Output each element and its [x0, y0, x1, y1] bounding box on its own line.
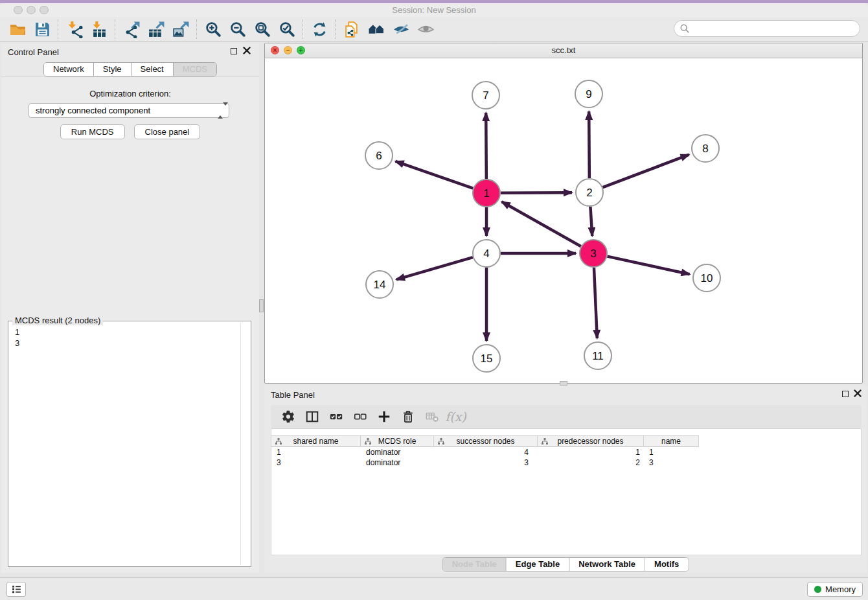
edge-1-2[interactable]	[501, 192, 572, 193]
network-window-titlebar[interactable]: × – + scc.txt	[265, 43, 862, 58]
tab-mcds[interactable]: MCDS	[174, 63, 216, 76]
column-type-icon	[364, 437, 372, 445]
table-panel-float-button[interactable]	[842, 391, 849, 397]
first-neighbors-button[interactable]	[364, 19, 389, 40]
node-table: shared name MCDS role successor nodes pr…	[271, 428, 862, 555]
edge-3-10[interactable]	[607, 257, 689, 275]
task-history-button[interactable]	[6, 582, 26, 597]
edge-1-7[interactable]	[486, 113, 486, 179]
cell-shared-name[interactable]: 3	[271, 457, 361, 468]
zoom-fit-button[interactable]	[250, 19, 275, 40]
cell-successor-nodes[interactable]: 3	[434, 457, 538, 468]
deselect-all-rows-button[interactable]	[348, 407, 372, 426]
import-network-button[interactable]	[62, 19, 87, 40]
status-bar: Memory	[0, 577, 868, 600]
clone-network-button[interactable]	[339, 19, 364, 40]
show-graphics-details-button[interactable]	[413, 19, 438, 40]
control-panel: Control Panel NetworkStyleSelectMCDS Opt…	[1, 43, 259, 573]
column-header-name[interactable]: name	[644, 435, 699, 447]
cell-name[interactable]: 1	[644, 447, 699, 457]
cell-predecessor-nodes[interactable]: 2	[538, 457, 644, 468]
table-tabs: Node TableEdge TableNetwork TableMotifs	[442, 557, 689, 571]
hide-selected-icon	[393, 21, 410, 38]
edge-2-8[interactable]	[603, 155, 689, 188]
tab-node-table[interactable]: Node Table	[443, 558, 507, 571]
search-icon	[680, 23, 690, 34]
export-image-button[interactable]	[168, 19, 193, 40]
search-box[interactable]	[674, 20, 860, 37]
zoom-out-button[interactable]	[225, 19, 250, 40]
deselect-all-rows-icon	[353, 410, 367, 424]
run-mcds-button[interactable]: Run MCDS	[60, 124, 125, 139]
close-panel-button[interactable]: Close panel	[134, 124, 201, 139]
cell-successor-nodes[interactable]: 4	[434, 447, 538, 457]
cell-shared-name[interactable]: 1	[271, 447, 361, 457]
zoom-selected-button[interactable]	[275, 19, 299, 40]
delete-table-icon	[425, 410, 439, 424]
tab-network[interactable]: Network	[44, 63, 94, 76]
network-graph: 7968124314101511	[265, 58, 862, 383]
zoom-in-icon	[205, 21, 222, 38]
memory-label: Memory	[825, 584, 856, 594]
cell-MCDS-role[interactable]: dominator	[361, 457, 434, 468]
save-session-button[interactable]	[30, 19, 54, 40]
table-settings-button[interactable]	[276, 407, 300, 426]
add-row-button[interactable]	[372, 407, 396, 426]
edge-2-9[interactable]	[589, 111, 589, 178]
select-all-rows-button[interactable]	[324, 407, 348, 426]
cell-MCDS-role[interactable]: dominator	[361, 447, 434, 457]
tab-network-table[interactable]: Network Table	[569, 558, 645, 571]
column-header-predecessor-nodes[interactable]: predecessor nodes	[538, 435, 644, 447]
import-table-icon	[91, 21, 108, 38]
edge-1-6[interactable]	[395, 161, 473, 189]
zoom-in-button[interactable]	[201, 19, 225, 40]
open-session-button[interactable]	[5, 19, 30, 40]
cell-predecessor-nodes[interactable]: 1	[538, 447, 644, 457]
column-header-MCDS-role[interactable]: MCDS role	[361, 435, 434, 447]
edge-4-14[interactable]	[396, 257, 473, 279]
edge-2-3[interactable]	[590, 207, 592, 236]
cell-name[interactable]: 3	[644, 457, 699, 468]
table-panel: Table Panel f(x) shared name MCDS role s…	[264, 386, 867, 574]
delete-row-button[interactable]	[396, 407, 420, 426]
export-network-button[interactable]	[119, 19, 144, 40]
tab-style[interactable]: Style	[94, 63, 131, 76]
result-scrollbar[interactable]	[240, 323, 249, 565]
save-session-icon	[34, 21, 51, 38]
search-input[interactable]	[692, 21, 860, 36]
toggle-column-view-icon	[305, 410, 319, 424]
delete-table-button[interactable]	[420, 407, 444, 426]
export-table-button[interactable]	[144, 19, 168, 40]
tab-select[interactable]: Select	[131, 63, 174, 76]
toolbar-separator	[335, 19, 336, 39]
node-label-7: 7	[483, 89, 488, 102]
edge-3-1[interactable]	[502, 202, 581, 246]
panel-divider-grip[interactable]	[259, 299, 264, 312]
tab-motifs[interactable]: Motifs	[645, 558, 688, 571]
network-canvas[interactable]: 7968124314101511	[265, 58, 862, 383]
control-panel-float-button[interactable]	[231, 48, 237, 54]
refresh-layout-icon	[311, 21, 328, 38]
table-row[interactable]: 3dominator323	[271, 457, 861, 468]
edge-3-11[interactable]	[594, 268, 597, 338]
column-header-shared-name[interactable]: shared name	[271, 435, 361, 447]
column-header-successor-nodes[interactable]: successor nodes	[434, 435, 538, 447]
refresh-layout-button[interactable]	[307, 19, 332, 40]
control-panel-close-button[interactable]	[242, 47, 251, 56]
import-table-button[interactable]	[87, 19, 111, 40]
toggle-column-view-button[interactable]	[300, 407, 324, 426]
export-network-icon	[123, 21, 141, 38]
memory-button[interactable]: Memory	[807, 582, 863, 597]
function-builder-button[interactable]: f(x)	[444, 407, 468, 426]
table-panel-title: Table Panel	[271, 390, 315, 400]
criterion-select[interactable]: strongly connected component	[29, 103, 229, 118]
show-graphics-details-icon	[417, 21, 435, 38]
table-panel-close-button[interactable]	[853, 389, 862, 398]
hide-selected-button[interactable]	[389, 19, 413, 40]
mcds-result-line: 3	[15, 338, 240, 349]
network-resize-grip[interactable]	[560, 381, 567, 386]
table-row[interactable]: 1dominator411	[271, 447, 861, 457]
table-toolbar: f(x)	[271, 405, 862, 428]
column-label: predecessor nodes	[557, 437, 623, 446]
tab-edge-table[interactable]: Edge Table	[507, 558, 569, 571]
